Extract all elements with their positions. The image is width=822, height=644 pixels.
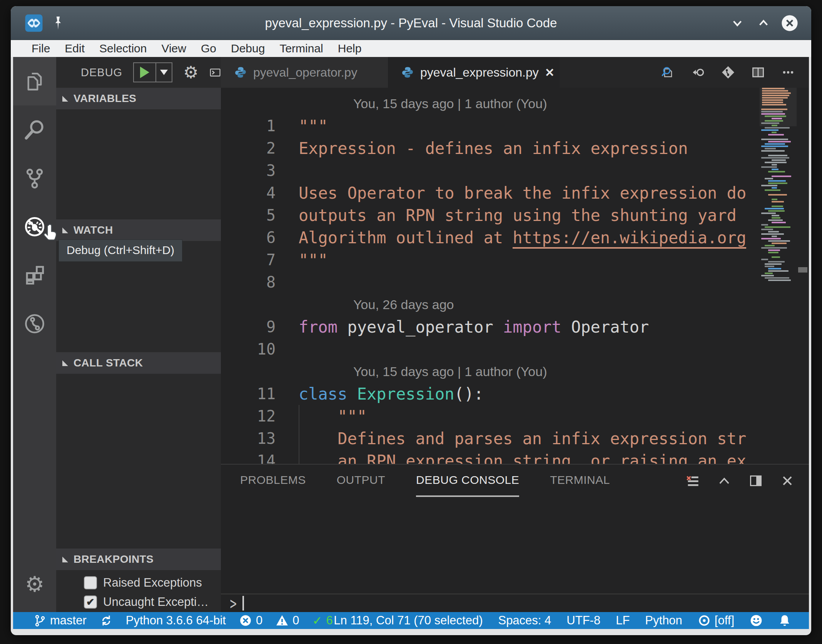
python-interpreter[interactable]: Python 3.6.6 64-bit (126, 614, 226, 627)
code-editor[interactable]: You, 15 days ago | 1 author (You)1"""2Ex… (221, 88, 809, 464)
minimap-line (768, 180, 786, 182)
branch-indicator[interactable]: master (33, 614, 87, 627)
close-button[interactable] (781, 15, 798, 32)
menu-view[interactable]: View (161, 42, 186, 55)
close-panel-icon[interactable] (780, 474, 794, 488)
search-icon (23, 119, 46, 141)
section-call-stack[interactable]: CALL STACK (56, 352, 221, 374)
line-number[interactable]: 3 (221, 162, 276, 179)
maximize-panel-icon[interactable] (717, 474, 731, 488)
section-watch[interactable]: WATCH (56, 219, 221, 241)
settings-gear-icon[interactable]: ⚙ (25, 574, 44, 595)
language-mode[interactable]: Python (645, 614, 682, 627)
debug-toolbar: DEBUG ⚙ (56, 57, 221, 88)
split-panel-icon[interactable] (749, 474, 763, 488)
git-compare-icon[interactable] (721, 65, 735, 79)
menu-file[interactable]: File (32, 42, 50, 55)
line-number[interactable]: 11 (221, 385, 276, 403)
menu-help[interactable]: Help (338, 42, 362, 55)
breakpoint-row: Uncaught Excepti… (56, 592, 221, 612)
code-line-text: an RPN expression string, or raising an … (299, 452, 746, 464)
minimize-button[interactable] (729, 15, 746, 32)
minimap-line (761, 150, 785, 152)
debug-config-dropdown[interactable] (156, 63, 172, 82)
feedback-smiley-icon[interactable] (750, 614, 763, 627)
tab-pyeval-expression[interactable]: pyeval_expression.py ✕ (388, 57, 560, 88)
minimap-line (772, 132, 777, 133)
activity-gitlens[interactable] (13, 299, 56, 348)
line-number[interactable]: 6 (221, 229, 276, 246)
line-number[interactable]: 7 (221, 251, 276, 269)
eol-sequence[interactable]: LF (616, 614, 630, 627)
code-line-text: Algorithm outlined at https://en.wikiped… (299, 228, 746, 247)
sync-icon[interactable] (100, 614, 113, 627)
maximize-button[interactable] (755, 15, 772, 32)
section-breakpoints[interactable]: BREAKPOINTS (56, 549, 221, 570)
checkbox-raised-exceptions[interactable] (84, 576, 97, 589)
pin-icon[interactable] (52, 15, 65, 31)
clear-console-icon[interactable] (686, 474, 700, 488)
line-number[interactable]: 9 (221, 318, 276, 336)
menu-debug[interactable]: Debug (231, 42, 265, 55)
line-number[interactable]: 2 (221, 139, 276, 157)
tab-label: pyeval_expression.py (420, 65, 539, 80)
tab-pyeval-operator[interactable]: pyeval_operator.py (221, 57, 388, 88)
activity-explorer[interactable] (13, 57, 56, 105)
tab-terminal[interactable]: TERMINAL (550, 465, 610, 497)
error-count-value: 0 (256, 614, 262, 627)
debug-console-output[interactable] (221, 497, 809, 594)
indentation[interactable]: Spaces: 4 (498, 614, 551, 627)
minimap-line (765, 273, 773, 274)
line-number[interactable]: 10 (221, 340, 276, 358)
activity-source-control[interactable] (13, 154, 56, 202)
minimap-line (761, 233, 784, 235)
checkbox-uncaught-exceptions[interactable] (84, 595, 97, 609)
line-number[interactable]: 4 (221, 184, 276, 202)
warning-count[interactable]: 0 (276, 614, 299, 627)
split-editor-icon[interactable] (751, 65, 765, 79)
line-number[interactable]: 13 (221, 430, 276, 447)
error-count[interactable]: 0 (239, 614, 262, 627)
line-number[interactable]: 8 (221, 273, 276, 291)
menu-edit[interactable]: Edit (65, 42, 85, 55)
section-variables[interactable]: VARIABLES (56, 88, 221, 109)
line-number[interactable]: 5 (221, 206, 276, 224)
start-debug-button[interactable] (134, 63, 156, 82)
open-changes-icon[interactable] (691, 65, 705, 79)
debug-console-input[interactable]: > (221, 594, 809, 612)
minimap[interactable] (760, 88, 797, 464)
line-number[interactable]: 14 (221, 452, 276, 464)
code-row: 4Uses Operator to break the infix expres… (221, 182, 760, 204)
minimap-line (768, 194, 787, 196)
menu-go[interactable]: Go (201, 42, 216, 55)
tab-output[interactable]: OUTPUT (337, 465, 385, 497)
codelens-row[interactable]: You, 15 days ago | 1 author (You) (221, 360, 760, 383)
more-actions-icon[interactable] (781, 65, 795, 79)
menu-terminal[interactable]: Terminal (279, 42, 323, 55)
cursor-position[interactable]: Ln 119, Col 71 (70 selected) (334, 614, 483, 627)
tab-close-icon[interactable]: ✕ (545, 66, 555, 79)
check-count[interactable]: ✓ 6 (312, 614, 332, 627)
minimap-line (768, 171, 785, 172)
line-number[interactable]: 12 (221, 407, 276, 425)
notifications-bell-icon[interactable] (778, 614, 791, 627)
editor-scrollbar[interactable] (797, 88, 809, 464)
configure-gear-icon[interactable]: ⚙ (183, 64, 198, 81)
menu-selection[interactable]: Selection (99, 42, 147, 55)
search-commits-icon[interactable] (661, 65, 675, 79)
prompt-chevron-icon: > (230, 593, 237, 613)
encoding[interactable]: UTF-8 (566, 614, 600, 627)
editor-rows[interactable]: You, 15 days ago | 1 author (You)1"""2Ex… (221, 92, 760, 464)
indent-guide (299, 427, 299, 450)
codelens-row[interactable]: You, 26 days ago (221, 293, 760, 316)
activity-search[interactable] (13, 105, 56, 154)
code-row: 1""" (221, 115, 760, 137)
line-number[interactable]: 1 (221, 117, 276, 135)
tab-problems[interactable]: PROBLEMS (240, 465, 306, 497)
activity-extensions[interactable] (13, 251, 56, 299)
highlight-toggle[interactable]: [off] (698, 614, 734, 627)
codelens-row[interactable]: You, 15 days ago | 1 author (You) (221, 92, 760, 115)
tab-debug-console[interactable]: DEBUG CONSOLE (416, 465, 519, 497)
chevron-down-icon (160, 70, 168, 75)
debug-console-icon[interactable] (209, 64, 221, 81)
